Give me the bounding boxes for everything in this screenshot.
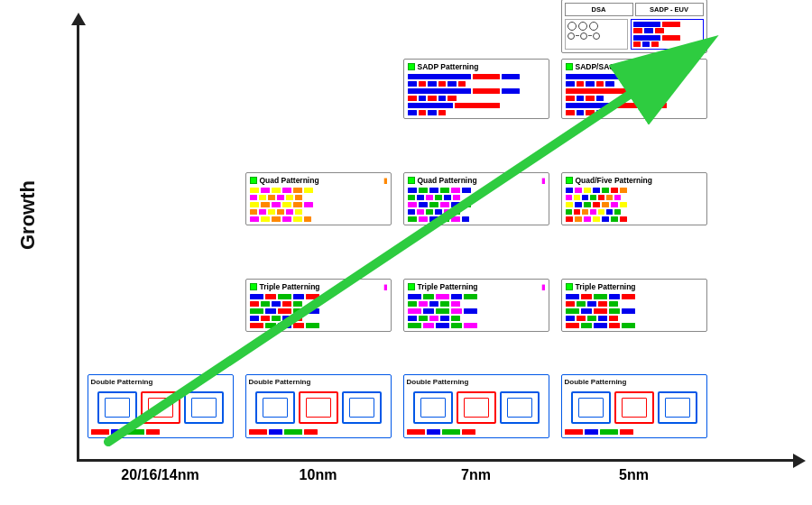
- dsa-visual: [565, 19, 628, 50]
- cell-2-3: Triple Patterning: [555, 279, 713, 335]
- double-card-14nm: Double Patterning: [88, 374, 234, 438]
- cell-2-2: Triple Patterning ▮: [397, 279, 555, 335]
- cell-0-3: DSA SADP - EUV: [555, 0, 713, 123]
- sadp-euv-label: SADP - EUV: [635, 3, 704, 16]
- cell-2-1: Triple Patterning ▮: [239, 279, 397, 335]
- cell-0-0: [81, 119, 239, 123]
- double-card-10nm: Double Patterning: [245, 374, 392, 438]
- triple-title-7nm: Triple Patterning: [418, 282, 478, 291]
- dsa-circle: [589, 22, 598, 31]
- dsa-chain: [567, 32, 625, 40]
- cell-2-0: [81, 332, 239, 335]
- circuit-shape-7: [413, 391, 453, 424]
- dsa-circle: [578, 22, 587, 31]
- sadp-icon: [408, 63, 415, 70]
- circuit-shape-9: [500, 391, 540, 424]
- cell-1-3: Quad/Five Patterning: [555, 172, 713, 229]
- sadp-saqp-title: SADP/SAQP Patterning: [576, 62, 660, 71]
- circuit-shape-8: [457, 391, 496, 424]
- circuit-shape-4: [255, 391, 295, 424]
- cell-3-0: Double Patterning: [81, 374, 239, 442]
- circuit-shape-12: [658, 391, 697, 424]
- triple-card-10nm: Triple Patterning ▮: [245, 279, 392, 332]
- circuit-shape-6: [342, 391, 382, 424]
- quad-title-7nm: Quad Patterning: [418, 176, 477, 185]
- triple-icon-7nm: [408, 283, 415, 290]
- quad5-icon: [566, 177, 573, 184]
- y-axis-label: Growth: [16, 180, 40, 250]
- x-label-0: 20/16/14nm: [81, 467, 239, 483]
- circuit-shape-3: [184, 391, 224, 424]
- circuit-shape-10: [571, 391, 611, 424]
- triple-card-7nm: Triple Patterning ▮: [403, 279, 549, 332]
- y-axis: [77, 18, 79, 460]
- cell-0-2: SADP Patterning: [397, 59, 555, 123]
- cell-3-3: Double Patterning: [555, 374, 713, 442]
- sadp-title-7nm: SADP Patterning: [418, 62, 479, 71]
- quad-icon-10nm: [250, 177, 257, 184]
- cell-1-2: Quad Patterning ▮: [397, 172, 555, 229]
- quad5-card-5nm: Quad/Five Patterning: [561, 172, 707, 225]
- quad-card-7nm: Quad Patterning ▮: [403, 172, 549, 225]
- sadp-saqp-card: SADP/SAQP Patterning: [561, 59, 707, 119]
- x-label-2: 7nm: [397, 467, 555, 483]
- x-label-3: 5nm: [555, 467, 713, 483]
- circuit-shape-2: [141, 391, 180, 424]
- x-axis: [77, 459, 798, 462]
- dsa-label: DSA: [565, 3, 633, 16]
- main-container: Growth 20/16/14nm 10nm 7nm 5nm SADP Patt…: [0, 0, 812, 505]
- dsa-circle: [567, 22, 577, 31]
- cell-3-1: Double Patterning: [239, 374, 397, 442]
- cell-1-0: [81, 225, 239, 229]
- cell-3-2: Double Patterning: [397, 374, 555, 442]
- triple-title-5nm: Triple Patterning: [576, 282, 636, 291]
- triple-icon-10nm: [250, 283, 257, 290]
- x-label-1: 10nm: [239, 467, 397, 483]
- quad5-title: Quad/Five Patterning: [576, 176, 653, 185]
- cell-0-1: [239, 119, 397, 123]
- triple-icon-5nm: [566, 283, 573, 290]
- double-card-7nm: Double Patterning: [403, 374, 549, 438]
- grid-wrapper: SADP Patterning DSA SADP - EUV: [81, 16, 731, 458]
- circuit-shape-5: [299, 391, 338, 424]
- quad-icon-7nm: [408, 177, 415, 184]
- quad-card-10nm: Quad Patterning ▮: [245, 172, 392, 225]
- quad-title-10nm: Quad Patterning: [260, 176, 319, 185]
- x-labels: 20/16/14nm 10nm 7nm 5nm: [81, 467, 713, 483]
- triple-card-5nm: Triple Patterning: [561, 279, 707, 332]
- dsa-euv-card: DSA SADP - EUV: [561, 0, 707, 53]
- triple-title-10nm: Triple Patterning: [260, 282, 320, 291]
- sadp-saqp-icon: [566, 63, 573, 70]
- euv-bars: [631, 19, 704, 50]
- x-axis-arrow: [793, 454, 806, 468]
- circuit-shape-11: [614, 391, 654, 424]
- circuit-shape-1: [97, 391, 137, 424]
- sadp-card-7nm: SADP Patterning: [403, 59, 549, 119]
- double-card-5nm: Double Patterning: [561, 374, 707, 438]
- cell-1-1: Quad Patterning ▮: [239, 172, 397, 229]
